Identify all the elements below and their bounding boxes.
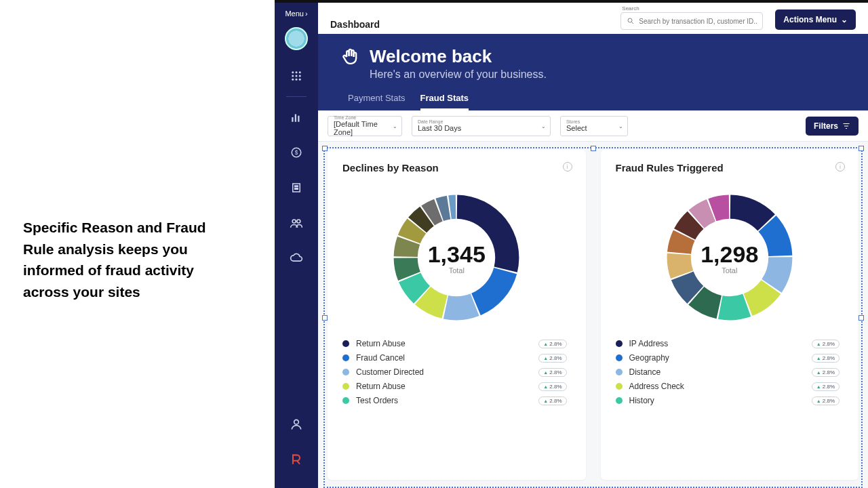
svg-point-5 [299,75,301,77]
divider [286,96,307,97]
wave-hand-icon [341,47,360,66]
svg-rect-18 [297,188,298,190]
users-icon[interactable] [288,215,304,231]
svg-point-2 [299,71,301,73]
legend-name: Distance [629,367,805,377]
chart-icon[interactable] [288,109,304,125]
svg-rect-16 [297,186,298,187]
delta-pill: ▲2.8% [538,368,566,377]
legend-dot [616,397,623,404]
filters-bar: Time Zone [Default Time Zone] ⌄ Date Ran… [318,110,868,142]
tab-fraud-stats[interactable]: Fraud Stats [420,93,469,110]
selector-label: Date Range [418,119,545,124]
logo-r-icon[interactable] [288,451,304,468]
selector-label: Stores [566,119,622,124]
legend-dot [616,340,623,347]
svg-point-8 [299,79,301,81]
legend-row[interactable]: IP Address▲2.8% [616,339,840,348]
svg-point-1 [296,71,298,73]
svg-rect-9 [292,117,293,122]
legend-row[interactable]: Return Abuse▲2.8% [342,339,567,348]
svg-point-20 [297,220,300,223]
tabs: Payment Stats Fraud Stats [348,93,845,110]
card-declines-by-reason: Declines by Reason i 1,345 Total Return … [328,150,586,480]
legend-row[interactable]: History▲2.8% [616,396,840,405]
legend-row[interactable]: Address Check▲2.8% [616,382,840,391]
legend-dot [342,354,349,361]
stores-selector[interactable]: Stores Select ⌄ [560,116,628,136]
svg-point-3 [292,75,294,77]
legend-dot [342,369,349,375]
account-icon[interactable] [288,416,304,432]
svg-point-4 [296,75,298,77]
legend-row[interactable]: Test Orders▲2.8% [342,396,567,405]
info-icon[interactable]: i [563,162,572,171]
main: Dashboard Search Actions Menu ⌄ Welcome … [318,3,868,488]
timezone-selector[interactable]: Time Zone [Default Time Zone] ⌄ [328,116,402,136]
selector-label: Time Zone [334,115,396,120]
tab-payment-stats[interactable]: Payment Stats [348,93,406,110]
search-label: Search [622,5,763,12]
svg-rect-15 [295,186,296,187]
actions-menu-button[interactable]: Actions Menu ⌄ [775,9,856,30]
delta-pill: ▲2.8% [538,382,566,391]
card-title: Fraud Rules Triggered [616,162,844,174]
menu-expand-button[interactable]: Menu› [285,9,307,18]
chevron-down-icon: ⌄ [541,123,546,129]
legend-row[interactable]: Fraud Cancel▲2.8% [342,353,567,363]
legend-dot [616,383,623,390]
cloud-icon[interactable] [288,250,304,266]
info-icon[interactable]: i [835,162,845,171]
legend-dot [616,369,623,375]
search-input[interactable] [620,12,763,30]
daterange-selector[interactable]: Date Range Last 30 Days ⌄ [412,116,551,136]
selector-value: Last 30 Days [418,124,545,132]
delta-pill: ▲2.8% [812,368,840,377]
grid-icon[interactable] [288,68,304,84]
legend-dot [342,383,349,390]
filter-icon [842,122,850,130]
delta-pill: ▲2.8% [538,354,566,363]
app-frame: Menu› $ Dashboard Search Actions Me [275,0,868,488]
legend-dot [342,340,349,347]
avatar[interactable] [285,27,308,50]
svg-point-6 [292,79,294,81]
marketing-caption: Specific Reason and Fraud Rule analysis … [23,217,226,302]
topbar: Dashboard Search Actions Menu ⌄ [318,3,868,34]
svg-point-7 [296,79,298,81]
legend-name: IP Address [629,339,805,348]
currency-icon[interactable]: $ [288,144,304,161]
legend-dot [616,354,623,361]
svg-rect-17 [295,188,296,190]
legend-name: History [629,396,805,405]
legend-row[interactable]: Customer Directed▲2.8% [342,367,567,377]
legend-row[interactable]: Geography▲2.8% [616,353,840,363]
donut-total-value: 1,298 [701,241,758,268]
svg-point-21 [294,420,299,424]
svg-rect-10 [295,115,296,122]
filters-button[interactable]: Filters [806,117,859,136]
svg-point-0 [292,71,294,73]
chevron-down-icon: ⌄ [393,123,397,129]
delta-pill: ▲2.8% [812,382,840,391]
selector-value: Select [566,124,622,132]
chevron-down-icon: ⌄ [618,123,623,129]
delta-pill: ▲2.8% [538,396,566,405]
search-icon [627,17,635,25]
legend-row[interactable]: Return Abuse▲2.8% [342,382,567,391]
legend-name: Address Check [629,382,805,391]
delta-pill: ▲2.8% [812,340,840,348]
delta-pill: ▲2.8% [812,354,840,363]
hero-subtitle: Here's an overview of your business. [370,68,845,81]
legend-name: Return Abuse [356,382,532,391]
card-fraud-rules-triggered: Fraud Rules Triggered i 1,298 Total IP A… [601,150,859,480]
chevron-right-icon: › [305,9,308,18]
legend-name: Test Orders [356,396,532,405]
legend-row[interactable]: Distance▲2.8% [616,367,840,377]
building-icon[interactable] [288,180,304,196]
search-field[interactable] [639,18,757,25]
legend-dot [342,397,349,404]
svg-text:$: $ [295,150,298,156]
svg-point-19 [292,220,296,223]
hero-title: Welcome back [370,46,492,67]
